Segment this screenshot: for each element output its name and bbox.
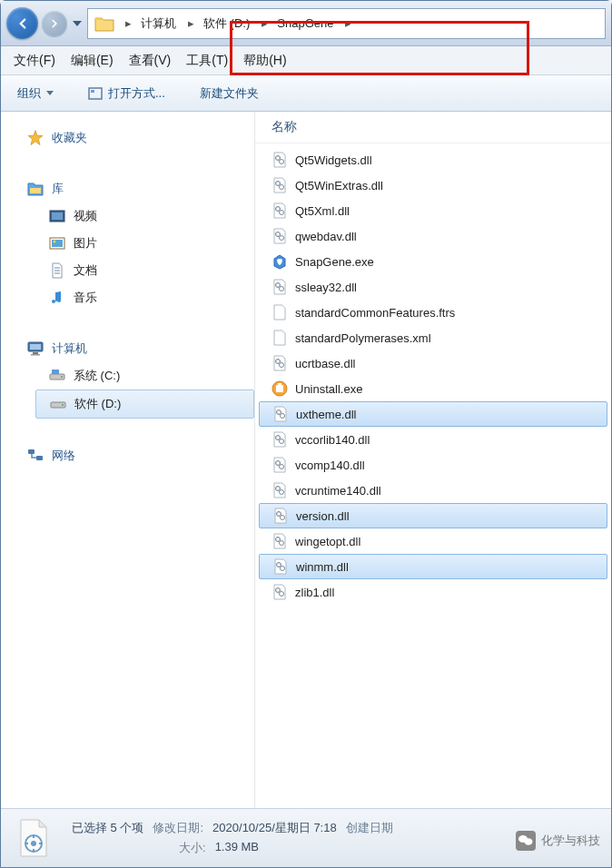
file-row[interactable]: standardPolymerases.xml: [255, 325, 611, 350]
svg-point-19: [62, 404, 64, 406]
dll-icon: [271, 533, 288, 549]
file-row[interactable]: Qt5Xml.dll: [255, 198, 611, 223]
file-row[interactable]: zlib1.dll: [255, 579, 611, 605]
sidebar-drive-c[interactable]: 系统 (C:): [26, 362, 254, 390]
file-row[interactable]: version.dll: [259, 503, 607, 528]
file-row[interactable]: wingetopt.dll: [255, 528, 611, 554]
dll-icon: [271, 355, 288, 371]
computer-icon: [26, 340, 44, 358]
sidebar-computer[interactable]: 计算机: [26, 335, 254, 362]
file-row[interactable]: winmm.dll: [259, 554, 607, 579]
file-row[interactable]: vcomp140.dll: [255, 452, 611, 478]
breadcrumb-arrow[interactable]: ▸: [341, 9, 355, 38]
file-row[interactable]: Qt5WinExtras.dll: [255, 173, 611, 198]
sidebar-network[interactable]: 网络: [26, 442, 254, 469]
file-name: wingetopt.dll: [295, 535, 360, 548]
file-row[interactable]: qwebdav.dll: [255, 223, 611, 249]
sidebar-drive-c-label: 系统 (C:): [74, 368, 120, 384]
file-row[interactable]: SnapGene.exe: [255, 249, 611, 274]
history-dropdown[interactable]: [71, 10, 84, 37]
sidebar-drive-d[interactable]: 软件 (D:): [35, 390, 254, 419]
breadcrumb-arrow[interactable]: ▸: [121, 9, 135, 38]
file-row[interactable]: uxtheme.dll: [259, 401, 607, 427]
file-row[interactable]: ucrtbase.dll: [255, 350, 611, 376]
file-name: Qt5WinExtras.dll: [295, 179, 383, 192]
sidebar-documents-label: 文档: [74, 262, 97, 279]
file-row[interactable]: Uninstall.exe: [255, 376, 611, 401]
file-name: winmm.dll: [296, 560, 349, 574]
sidebar-videos[interactable]: 视频: [26, 202, 254, 230]
status-modified-value: 2020/10/25/星期日 7:18: [212, 820, 337, 836]
sidebar: 收藏夹 库 视频 图片 文档: [1, 112, 255, 808]
arrow-left-icon: [15, 15, 31, 32]
svg-rect-20: [28, 449, 35, 454]
svg-rect-0: [89, 88, 102, 99]
svg-rect-4: [52, 212, 63, 220]
open-with-icon: [88, 86, 103, 101]
organize-button[interactable]: 组织: [10, 82, 61, 105]
menu-bar: 文件(F) 编辑(E) 查看(V) 工具(T) 帮助(H): [1, 46, 611, 75]
menu-view[interactable]: 查看(V): [123, 49, 177, 73]
wechat-icon: [516, 831, 536, 851]
svg-rect-35: [276, 385, 283, 392]
status-created-label: 创建日期: [346, 820, 393, 836]
dll-icon: [272, 406, 289, 422]
drive-icon: [48, 367, 66, 385]
file-name: Qt5Xml.dll: [295, 204, 350, 218]
breadcrumb-folder[interactable]: SnapGene: [271, 9, 341, 38]
explorer-window: ▸ 计算机 ▸ 软件 (D:) ▸ SnapGene ▸ 文件(F) 编辑(E)…: [0, 0, 612, 868]
file-row[interactable]: standardCommonFeatures.ftrs: [255, 300, 611, 325]
new-folder-label: 新建文件夹: [200, 85, 259, 102]
folder-icon: [92, 14, 117, 34]
footer-channel-label: 化学与科技: [541, 833, 600, 849]
file-row[interactable]: vccorlib140.dll: [255, 427, 611, 452]
open-with-label: 打开方式...: [108, 85, 165, 102]
file-name: zlib1.dll: [295, 586, 334, 599]
dll-icon: [271, 584, 288, 600]
sidebar-favorites[interactable]: 收藏夹: [26, 124, 254, 152]
file-name: ucrtbase.dll: [295, 357, 355, 370]
breadcrumb-drive[interactable]: 软件 (D:): [198, 9, 257, 38]
music-icon: [48, 289, 66, 307]
file-row[interactable]: Qt5Widgets.dll: [255, 147, 611, 173]
menu-tools[interactable]: 工具(T): [181, 49, 233, 73]
file-name: vccorlib140.dll: [295, 433, 370, 447]
chevron-down-icon: [46, 91, 54, 95]
sidebar-pictures[interactable]: 图片: [26, 230, 254, 257]
svg-rect-12: [30, 344, 41, 350]
menu-edit[interactable]: 编辑(E): [65, 49, 119, 73]
dll-icon: [271, 279, 288, 295]
menu-help[interactable]: 帮助(H): [238, 49, 291, 73]
file-row[interactable]: ssleay32.dll: [255, 274, 611, 300]
column-header-name[interactable]: 名称: [255, 112, 611, 143]
breadcrumb-computer[interactable]: 计算机: [135, 9, 183, 38]
dll-icon: [271, 202, 288, 219]
file-row[interactable]: vcruntime140.dll: [255, 478, 611, 503]
open-with-button[interactable]: 打开方式...: [81, 82, 173, 105]
picture-icon: [48, 234, 66, 252]
svg-rect-36: [278, 383, 281, 385]
sidebar-documents[interactable]: 文档: [26, 257, 254, 284]
star-icon: [26, 129, 44, 147]
dll-icon: [271, 177, 288, 193]
file-name: standardCommonFeatures.ftrs: [295, 306, 455, 320]
sidebar-music[interactable]: 音乐: [26, 284, 254, 311]
new-folder-button[interactable]: 新建文件夹: [192, 82, 266, 105]
svg-point-54: [31, 841, 36, 846]
svg-point-7: [54, 241, 56, 243]
file-name: Qt5Widgets.dll: [295, 153, 372, 167]
menu-file[interactable]: 文件(F): [8, 49, 61, 73]
file-name: ssleay32.dll: [295, 281, 357, 294]
back-button[interactable]: [6, 7, 38, 39]
body-area: 软件 收藏夹 库 视频 图片: [1, 112, 611, 808]
dll-icon: [271, 228, 288, 244]
footer-channel: 化学与科技: [516, 831, 600, 851]
breadcrumb-arrow[interactable]: ▸: [257, 9, 271, 38]
sidebar-libraries[interactable]: 库: [26, 175, 254, 202]
svg-point-16: [61, 376, 63, 378]
file-pane: 名称 Qt5Widgets.dllQt5WinExtras.dllQt5Xml.…: [255, 112, 611, 808]
breadcrumb-arrow[interactable]: ▸: [183, 9, 198, 38]
address-bar[interactable]: ▸ 计算机 ▸ 软件 (D:) ▸ SnapGene ▸: [87, 8, 606, 39]
file-name: standardPolymerases.xml: [295, 331, 431, 345]
sidebar-libraries-label: 库: [52, 181, 64, 197]
